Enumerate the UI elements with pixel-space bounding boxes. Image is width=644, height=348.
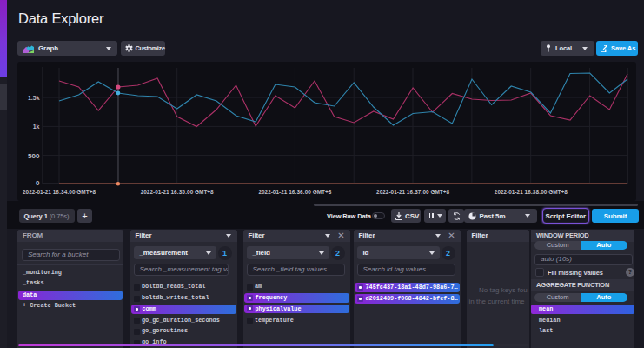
svg-text:2022-01-21 16:38:00 GMT+8: 2022-01-21 16:38:00 GMT+8 [495, 188, 568, 196]
svg-text:2022-01-21 16:34:00 GMT+8: 2022-01-21 16:34:00 GMT+8 [23, 188, 96, 196]
svg-text:1k: 1k [33, 123, 40, 130]
svg-text:0: 0 [36, 179, 40, 187]
svg-text:2022-01-21 16:35:00 GMT+8: 2022-01-21 16:35:00 GMT+8 [141, 188, 214, 196]
svg-text:2022-01-21 16:36:00 GMT+8: 2022-01-21 16:36:00 GMT+8 [258, 188, 331, 196]
svg-text:1.5k: 1.5k [28, 94, 40, 102]
svg-text:500: 500 [28, 152, 40, 160]
svg-text:2022-01-21 16:37:00 GMT+8: 2022-01-21 16:37:00 GMT+8 [376, 188, 449, 196]
